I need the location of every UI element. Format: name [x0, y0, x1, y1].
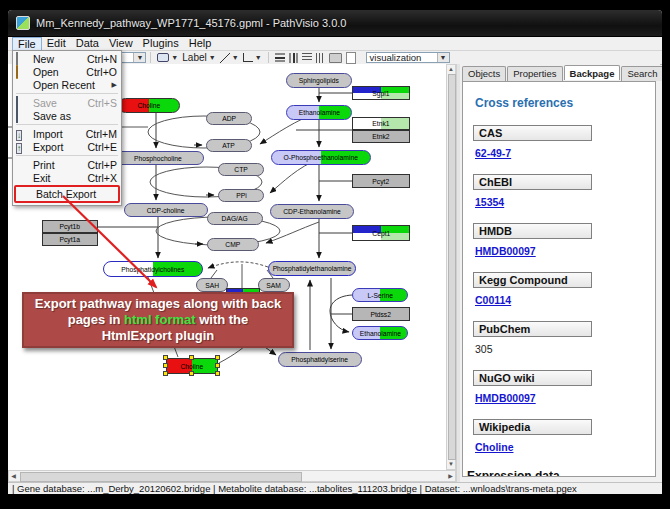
tab-objects[interactable]: Objects — [462, 66, 506, 81]
xref-link[interactable]: C00114 — [475, 294, 511, 306]
chevron-down-icon[interactable]: ▼ — [133, 53, 145, 62]
xref-section-cas: CAS62-49-7 — [473, 125, 655, 159]
pathway-node-phosphatidylserine[interactable]: Phosphatidylserine — [278, 352, 362, 367]
distribute-columns-button[interactable] — [314, 52, 327, 64]
selection-handle[interactable] — [215, 355, 220, 360]
status-bar: | Gene database: ...m_Derby_20120602.bri… — [8, 482, 662, 494]
xref-link[interactable]: 15354 — [475, 196, 504, 208]
pathway-node-ethanolamine-low[interactable]: Ethanolamine — [352, 326, 408, 340]
scroll-right-icon[interactable]: ▶ — [446, 472, 455, 480]
file-menu-item-batch-export[interactable]: Batch Export — [14, 185, 120, 203]
canvas-horizontal-scrollbar[interactable]: ◀ ▶ — [8, 470, 456, 482]
pathway-node-l-serine[interactable]: L-Serine — [352, 288, 408, 302]
file-menu-item-import[interactable]: ↓ImportCtrl+M — [13, 127, 121, 140]
pathway-node-atp[interactable]: ATP — [206, 139, 252, 152]
file-menu-item-new[interactable]: NewCtrl+N — [13, 52, 121, 65]
add-label-button[interactable]: Label▼ — [180, 52, 217, 64]
menu-view[interactable]: View — [104, 37, 138, 50]
selection-handle[interactable] — [215, 371, 220, 376]
menu-data[interactable]: Data — [71, 37, 104, 50]
pathway-node-pcyt1a[interactable]: Pcyt1a — [42, 233, 98, 246]
pathway-node-cdp-ethanolamine[interactable]: CDP-Ethanolamine — [270, 204, 354, 219]
xref-link[interactable]: HMDB00097 — [475, 245, 536, 257]
xref-database-name: CAS — [473, 125, 592, 141]
chevron-down-icon[interactable]: ▼ — [171, 54, 178, 61]
pathway-node-sgpl1[interactable]: Sgpl1 — [352, 86, 410, 100]
pathway-node-ptdss2[interactable]: Ptdss2 — [352, 307, 410, 321]
submenu-arrow-icon: ▶ — [112, 81, 117, 89]
scroll-left-icon[interactable]: ◀ — [9, 472, 18, 480]
pathway-node-sam[interactable]: SAM — [258, 278, 290, 292]
file-menu-item-save-as[interactable]: Save as — [13, 109, 121, 122]
xref-link[interactable]: HMDB00097 — [475, 392, 536, 404]
menu-plugins[interactable]: Plugins — [138, 37, 184, 50]
selection-handle[interactable] — [189, 355, 194, 360]
pathway-node-sah[interactable]: SAH — [196, 278, 228, 292]
vertical-scroll-thumb[interactable] — [448, 74, 456, 460]
pathway-node-dag[interactable]: DAG/AG — [207, 212, 263, 225]
align-vertical-center-button[interactable] — [273, 52, 287, 64]
node-label: CDP-choline — [147, 207, 185, 214]
chevron-down-icon[interactable]: ▼ — [209, 54, 216, 61]
canvas-vertical-scrollbar[interactable]: ▲ ▼ — [446, 64, 456, 470]
add-connector-button[interactable]: ▼ — [241, 52, 264, 64]
file-menu-item-export[interactable]: ↑ExportCtrl+E — [13, 140, 121, 153]
pathway-node-ctp[interactable]: CTP — [218, 163, 264, 176]
menu-item-shortcut: Ctrl+P — [88, 159, 117, 171]
node-label: Pcyt2 — [373, 178, 390, 185]
backpage-panel[interactable]: Cross references CAS62-49-7ChEBI15354HMD… — [462, 81, 656, 477]
annotation-line: pages in html format with the — [68, 312, 249, 328]
xref-link[interactable]: 62-49-7 — [475, 147, 511, 159]
xref-link[interactable]: Choline — [475, 441, 514, 453]
horizontal-scroll-thumb[interactable] — [20, 472, 302, 482]
align-horizontal-center-button[interactable] — [287, 52, 300, 64]
xref-section-wikipedia: WikipediaCholine — [473, 419, 655, 453]
pathway-node-phosphatidylethanolamine[interactable]: Phosphatidylethanolamine — [268, 261, 356, 276]
export-button[interactable] — [344, 52, 358, 64]
menu-file[interactable]: File — [12, 37, 42, 51]
pathway-node-o-phosphoethanolamine[interactable]: O-Phosphoethanolamine — [271, 150, 371, 165]
chevron-down-icon[interactable]: ▼ — [255, 54, 262, 61]
chevron-down-icon[interactable]: ▼ — [232, 54, 239, 61]
pathway-node-etnk2[interactable]: Etnk2 — [352, 130, 410, 143]
scroll-down-icon[interactable]: ▼ — [447, 460, 455, 469]
pathway-node-cmp[interactable]: CMP — [207, 238, 259, 251]
selection-handle[interactable] — [189, 371, 194, 376]
pathway-node-pcyt1b[interactable]: Pcyt1b — [42, 220, 98, 233]
tab-properties[interactable]: Properties — [507, 66, 562, 81]
file-menu-item-open-recent[interactable]: Open Recent▶ — [13, 78, 121, 91]
pathway-node-ppi[interactable]: PPi — [218, 189, 264, 202]
title-bar[interactable]: Mm_Kennedy_pathway_WP1771_45176.gpml - P… — [8, 10, 662, 37]
pathway-node-phosphocholine[interactable]: Phosphocholine — [112, 151, 204, 165]
selection-handle[interactable] — [163, 363, 168, 368]
tab-search[interactable]: Search — [621, 66, 662, 81]
menu-edit[interactable]: Edit — [42, 37, 71, 50]
menu-help[interactable]: Help — [184, 37, 217, 50]
file-menu-item-print[interactable]: PrintCtrl+P — [13, 158, 121, 171]
pathway-node-sphingolipids[interactable]: Sphingolipids — [286, 73, 352, 88]
chevron-down-icon[interactable]: ▼ — [437, 53, 449, 62]
add-line-button[interactable]: ▼ — [218, 52, 241, 64]
selection-handle[interactable] — [215, 363, 220, 368]
distribute-rows-icon — [302, 53, 312, 62]
node-label: Sphingolipids — [299, 77, 339, 84]
pathway-node-adp[interactable]: ADP — [206, 112, 252, 125]
menu-item-shortcut: Ctrl+X — [88, 172, 117, 184]
pathway-node-ethanolamine-top[interactable]: Ethanolamine — [286, 105, 352, 120]
scroll-up-icon[interactable]: ▲ — [447, 65, 455, 74]
distribute-rows-button[interactable] — [300, 52, 314, 64]
file-menu-item-open[interactable]: OpenCtrl+O — [13, 65, 121, 78]
pathway-node-phosphatidylcholines[interactable]: Phosphatidylcholines — [103, 261, 203, 277]
visualization-combobox[interactable]: visualization ▼ — [366, 52, 450, 63]
pathway-node-pcyt2[interactable]: Pcyt2 — [352, 174, 410, 188]
selection-handle[interactable] — [163, 371, 168, 376]
file-menu-item-exit[interactable]: ExitCtrl+X — [13, 171, 121, 184]
selection-handle[interactable] — [163, 355, 168, 360]
pathway-node-cdp-choline[interactable]: CDP-choline — [124, 203, 208, 217]
tab-backpage[interactable]: Backpage — [564, 65, 621, 80]
print-button[interactable] — [327, 52, 344, 64]
add-datanode-button[interactable]: ▼ — [155, 52, 180, 64]
pathway-node-etnk1[interactable]: Etnk1 — [352, 117, 410, 130]
pathway-node-cept1[interactable]: Cept1 — [352, 225, 410, 241]
pathway-node-choline-top[interactable]: Choline — [118, 98, 180, 113]
